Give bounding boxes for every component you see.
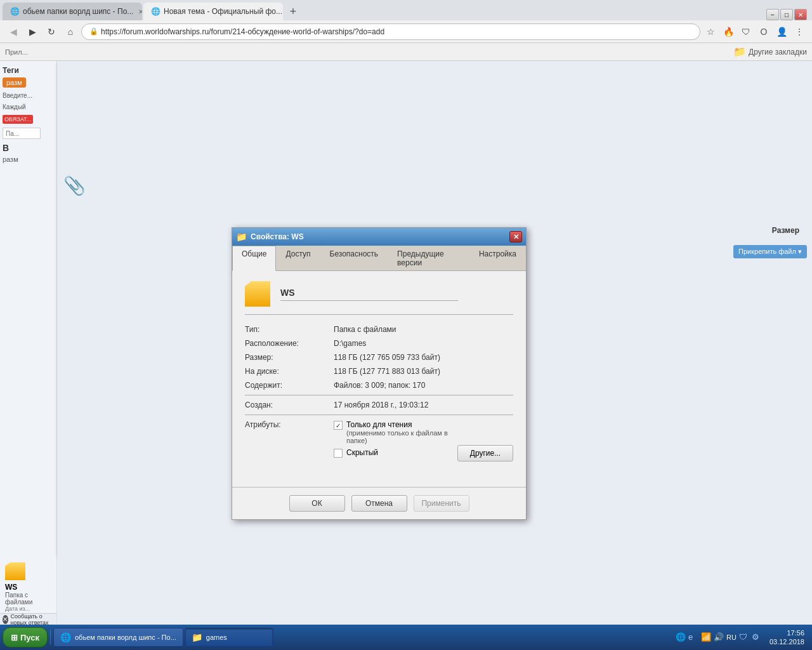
dialog-title-text: Свойства: WS <box>251 232 304 241</box>
prop-row-size: Размер: 118 ГБ (127 765 059 733 байт) <box>245 353 513 362</box>
krepit-button[interactable]: Прикрепить файл ▾ <box>733 245 807 258</box>
bookmark-star-button[interactable]: ☆ <box>703 24 718 39</box>
ws-label-preview: WS <box>5 583 56 592</box>
start-windows-icon: ⊞ <box>11 633 18 642</box>
forward-button[interactable]: ▶ <box>24 23 41 40</box>
taskbar-right: 🌐 e 📶 🔊 RU 🛡 ⚙ 17:56 03.12.2018 <box>671 628 809 647</box>
address-text: https://forum.worldofwarships.ru/forum/2… <box>101 27 384 36</box>
readonly-checkbox-row: Только для чтения (применимо только к фа… <box>334 420 457 444</box>
taskbar-task-label-1: games <box>206 633 227 641</box>
dialog-divider-2 <box>245 415 513 415</box>
tray-icon-ie: e <box>688 632 698 642</box>
browser-toolbar: ◀ ▶ ↻ ⌂ 🔒 https://forum.worldofwarships.… <box>0 20 812 43</box>
prop-row-type: Тип: Папка с файлами <box>245 325 513 334</box>
dialog-title-icon: 📁 <box>236 232 247 242</box>
clock-time: 17:56 <box>769 628 804 637</box>
attr-row: Только для чтения (применимо только к фа… <box>334 420 513 461</box>
taskbar-task-label-0: обьем папки ворлд шипс - По... <box>75 633 176 641</box>
tab-2-favicon: 🌐 <box>151 7 160 16</box>
clock-date: 03.12.2018 <box>769 637 804 646</box>
prop-row-location: Расположение: D:\games <box>245 339 513 348</box>
ws-folder-preview: WS Папка с файлами Дата из... <box>5 562 56 612</box>
taskbar-task-icon-1: 📁 <box>192 632 202 642</box>
prop-location-label: Расположение: <box>245 339 334 348</box>
shield-button[interactable]: 🛡 <box>738 24 754 39</box>
prop-type-label: Тип: <box>245 325 334 334</box>
prop-type-value: Папка с файлами <box>334 325 513 334</box>
tray-icon-security: 🛡 <box>739 632 749 642</box>
pa-input[interactable] <box>3 128 41 139</box>
prop-row-disk: На диске: 118 ГБ (127 771 883 013 байт) <box>245 367 513 376</box>
dialog-close-button[interactable]: ✕ <box>509 231 522 242</box>
refresh-button[interactable]: ↻ <box>43 23 60 40</box>
properties-dialog: 📁 Свойства: WS ✕ Общие Доступ Безопаснос… <box>232 227 527 520</box>
prop-contains-label: Содержит: <box>245 381 334 390</box>
taskbar-task-0[interactable]: 🌐 обьем папки ворлд шипс - По... <box>53 628 183 647</box>
tray-icon-network: 📶 <box>701 632 711 642</box>
clock: 17:56 03.12.2018 <box>769 628 804 647</box>
fire-icon-button[interactable]: 🔥 <box>721 24 736 39</box>
browser-maximize[interactable]: □ <box>780 9 793 20</box>
razm-label-left: разм <box>3 156 54 163</box>
home-button[interactable]: ⌂ <box>62 23 79 40</box>
dialog-folder-name: WS <box>280 288 458 301</box>
readonly-checkbox[interactable] <box>334 421 343 430</box>
dialog-tab-settings[interactable]: Настройка <box>469 246 526 270</box>
razm-button[interactable]: разм <box>3 77 26 88</box>
notify-bar: ✕ Сообщать о новых ответах <box>0 613 56 625</box>
tab-1-favicon: 🌐 <box>10 7 19 16</box>
dialog-tabs: Общие Доступ Безопасность Предыдущие вер… <box>232 246 526 271</box>
browser-chrome: 🌐 обьем папки ворлд шипс - По... ✕ 🌐 Нов… <box>0 0 812 61</box>
browser-toolbar-actions: ☆ 🔥 🛡 O 👤 ⋮ <box>703 24 807 39</box>
browser-close[interactable]: ✕ <box>794 9 807 20</box>
hidden-label: Скрытый <box>346 448 378 457</box>
tags-label: Теги <box>3 66 54 75</box>
ok-button[interactable]: ОК <box>289 495 345 512</box>
readonly-label: Только для чтения (применимо только к фа… <box>346 420 457 444</box>
taskbar-sep-1 <box>50 630 51 645</box>
ws-folder-icon-preview <box>5 562 25 580</box>
start-label: Пуск <box>20 633 39 642</box>
b-label: В <box>3 143 54 153</box>
browser-minimize[interactable]: − <box>766 9 779 20</box>
tab-1[interactable]: 🌐 обьем папки ворлд шипс - По... ✕ <box>3 3 142 20</box>
other-attrs-button[interactable]: Другие... <box>457 445 513 461</box>
dialog-tab-security[interactable]: Безопасность <box>320 246 388 270</box>
ws-date-preview: Дата из... <box>5 606 56 612</box>
folder-bookmark-icon: 📁 <box>733 46 746 58</box>
opera-button[interactable]: O <box>756 24 771 39</box>
taskbar: ⊞ Пуск 🌐 обьем папки ворлд шипс - По... … <box>0 625 812 650</box>
tab-2[interactable]: 🌐 Новая тема - Официальный фо... ✕ <box>143 3 283 20</box>
prop-size-label: Размер: <box>245 353 334 362</box>
back-button[interactable]: ◀ <box>5 23 22 40</box>
address-bar[interactable]: 🔒 https://forum.worldofwarships.ru/forum… <box>81 23 700 40</box>
menu-button[interactable]: ⋮ <box>792 24 807 39</box>
prop-row-contains: Содержит: Файлов: 3 009; папок: 170 <box>245 381 513 390</box>
tab-2-label: Новая тема - Официальный фо... <box>164 7 282 16</box>
tab-1-close[interactable]: ✕ <box>138 8 142 15</box>
profile-button[interactable]: 👤 <box>774 24 789 39</box>
dialog-tab-access[interactable]: Доступ <box>276 246 320 270</box>
cancel-button[interactable]: Отмена <box>351 495 407 512</box>
dialog-tab-general[interactable]: Общие <box>232 246 276 271</box>
forum-text-vvedite: Введите... <box>3 91 54 100</box>
dialog-tab-prev-versions[interactable]: Предыдущие версии <box>388 246 469 270</box>
lang-button[interactable]: RU <box>726 633 737 641</box>
bookmarks-bar: Прил... 📁 Другие закладки <box>0 43 812 61</box>
prop-contains-value: Файлов: 3 009; папок: 170 <box>334 381 513 390</box>
tray-icon-volume: 🔊 <box>714 632 724 642</box>
other-bookmarks[interactable]: 📁 Другие закладки <box>733 46 807 58</box>
attributes-section: Только для чтения (применимо только к фа… <box>334 420 513 461</box>
notify-icon[interactable]: ✕ <box>3 615 8 624</box>
hidden-checkbox[interactable] <box>334 449 343 458</box>
start-button[interactable]: ⊞ Пуск <box>3 627 48 647</box>
dialog-buttons: ОК Отмена Применить <box>232 487 526 519</box>
dialog-folder-header: WS <box>245 281 513 315</box>
taskbar-task-1[interactable]: 📁 games <box>185 628 273 647</box>
taskbar-task-icon-0: 🌐 <box>60 632 71 642</box>
tab-1-label: обьем папки ворлд шипс - По... <box>23 7 133 16</box>
new-tab-button[interactable]: + <box>284 3 302 20</box>
lock-icon: 🔒 <box>89 27 98 36</box>
apply-button[interactable]: Применить <box>414 495 469 512</box>
prop-attributes-label: Атрибуты: <box>245 420 334 429</box>
